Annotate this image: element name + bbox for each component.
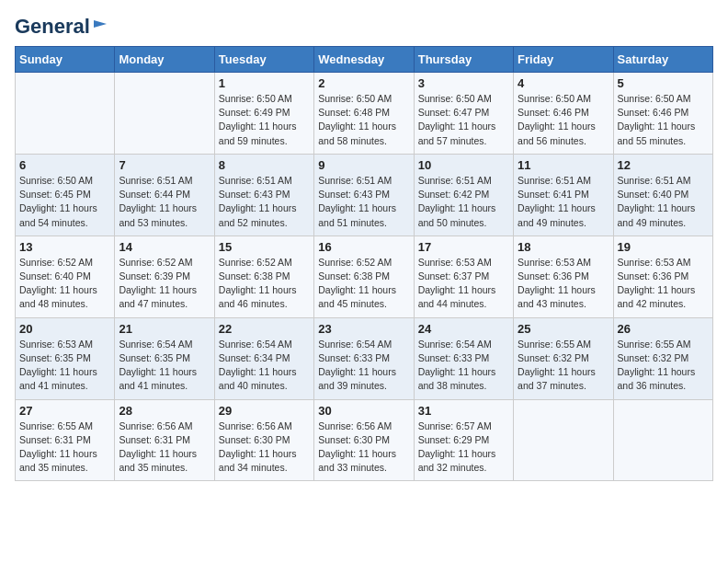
day-info: Sunrise: 6:52 AM Sunset: 6:39 PM Dayligh…	[119, 256, 210, 312]
day-number: 20	[19, 322, 110, 336]
calendar-table: SundayMondayTuesdayWednesdayThursdayFrid…	[15, 46, 713, 481]
day-info: Sunrise: 6:50 AM Sunset: 6:49 PM Dayligh…	[219, 92, 310, 148]
day-info: Sunrise: 6:53 AM Sunset: 6:37 PM Dayligh…	[418, 256, 509, 312]
day-number: 27	[19, 404, 110, 418]
calendar-cell: 26Sunrise: 6:55 AM Sunset: 6:32 PM Dayli…	[613, 317, 712, 399]
calendar-cell: 6Sunrise: 6:50 AM Sunset: 6:45 PM Daylig…	[16, 154, 115, 236]
day-info: Sunrise: 6:52 AM Sunset: 6:38 PM Dayligh…	[318, 256, 409, 312]
day-number: 3	[418, 76, 509, 90]
day-number: 15	[219, 240, 310, 254]
logo-general: General	[15, 15, 90, 39]
calendar-cell: 10Sunrise: 6:51 AM Sunset: 6:42 PM Dayli…	[414, 154, 513, 236]
day-info: Sunrise: 6:55 AM Sunset: 6:31 PM Dayligh…	[19, 419, 110, 476]
calendar-cell: 11Sunrise: 6:51 AM Sunset: 6:41 PM Dayli…	[514, 154, 613, 236]
day-number: 24	[418, 322, 509, 336]
day-number: 26	[618, 322, 709, 336]
day-number: 7	[119, 158, 210, 172]
day-info: Sunrise: 6:52 AM Sunset: 6:38 PM Dayligh…	[219, 256, 310, 312]
header-day-friday: Friday	[514, 47, 613, 73]
day-number: 5	[618, 76, 709, 90]
header-row: SundayMondayTuesdayWednesdayThursdayFrid…	[16, 47, 713, 73]
calendar-cell: 29Sunrise: 6:56 AM Sunset: 6:30 PM Dayli…	[214, 399, 313, 481]
day-info: Sunrise: 6:50 AM Sunset: 6:46 PM Dayligh…	[518, 92, 609, 148]
week-row-2: 6Sunrise: 6:50 AM Sunset: 6:45 PM Daylig…	[16, 154, 713, 236]
day-number: 18	[518, 240, 609, 254]
day-info: Sunrise: 6:54 AM Sunset: 6:33 PM Dayligh…	[318, 338, 409, 394]
day-number: 23	[318, 322, 409, 336]
week-row-1: 1Sunrise: 6:50 AM Sunset: 6:49 PM Daylig…	[16, 73, 713, 155]
page-header: General	[15, 15, 713, 35]
day-info: Sunrise: 6:50 AM Sunset: 6:45 PM Dayligh…	[19, 174, 110, 230]
day-number: 11	[518, 158, 609, 172]
day-info: Sunrise: 6:56 AM Sunset: 6:30 PM Dayligh…	[318, 419, 409, 476]
calendar-cell: 14Sunrise: 6:52 AM Sunset: 6:39 PM Dayli…	[115, 236, 214, 317]
day-number: 21	[119, 322, 210, 336]
day-number: 31	[418, 404, 509, 418]
week-row-5: 27Sunrise: 6:55 AM Sunset: 6:31 PM Dayli…	[16, 399, 713, 481]
header-day-thursday: Thursday	[414, 47, 513, 73]
calendar-cell: 23Sunrise: 6:54 AM Sunset: 6:33 PM Dayli…	[314, 317, 414, 399]
day-info: Sunrise: 6:53 AM Sunset: 6:36 PM Dayligh…	[518, 256, 609, 312]
day-info: Sunrise: 6:51 AM Sunset: 6:40 PM Dayligh…	[618, 174, 709, 230]
day-info: Sunrise: 6:56 AM Sunset: 6:30 PM Dayligh…	[219, 419, 310, 476]
day-info: Sunrise: 6:55 AM Sunset: 6:32 PM Dayligh…	[618, 338, 709, 394]
day-info: Sunrise: 6:54 AM Sunset: 6:34 PM Dayligh…	[219, 338, 310, 394]
header-day-saturday: Saturday	[613, 47, 712, 73]
calendar-cell	[514, 399, 613, 481]
calendar-cell: 21Sunrise: 6:54 AM Sunset: 6:35 PM Dayli…	[115, 317, 214, 399]
calendar-cell	[16, 73, 115, 155]
day-info: Sunrise: 6:53 AM Sunset: 6:35 PM Dayligh…	[19, 338, 110, 394]
calendar-cell: 20Sunrise: 6:53 AM Sunset: 6:35 PM Dayli…	[16, 317, 115, 399]
calendar-cell: 24Sunrise: 6:54 AM Sunset: 6:33 PM Dayli…	[414, 317, 513, 399]
day-info: Sunrise: 6:54 AM Sunset: 6:33 PM Dayligh…	[418, 338, 509, 394]
day-info: Sunrise: 6:52 AM Sunset: 6:40 PM Dayligh…	[19, 256, 110, 312]
day-info: Sunrise: 6:51 AM Sunset: 6:43 PM Dayligh…	[318, 174, 409, 230]
week-row-3: 13Sunrise: 6:52 AM Sunset: 6:40 PM Dayli…	[16, 236, 713, 317]
logo-flag-icon	[92, 18, 108, 35]
calendar-cell: 9Sunrise: 6:51 AM Sunset: 6:43 PM Daylig…	[314, 154, 414, 236]
calendar-cell: 13Sunrise: 6:52 AM Sunset: 6:40 PM Dayli…	[16, 236, 115, 317]
day-info: Sunrise: 6:55 AM Sunset: 6:32 PM Dayligh…	[518, 338, 609, 394]
day-number: 4	[518, 76, 609, 90]
day-number: 6	[19, 158, 110, 172]
header-day-sunday: Sunday	[16, 47, 115, 73]
day-number: 25	[518, 322, 609, 336]
day-number: 17	[418, 240, 509, 254]
calendar-cell: 28Sunrise: 6:56 AM Sunset: 6:31 PM Dayli…	[115, 399, 214, 481]
calendar-cell: 19Sunrise: 6:53 AM Sunset: 6:36 PM Dayli…	[613, 236, 712, 317]
header-day-monday: Monday	[115, 47, 214, 73]
day-info: Sunrise: 6:50 AM Sunset: 6:46 PM Dayligh…	[618, 92, 709, 148]
day-info: Sunrise: 6:50 AM Sunset: 6:47 PM Dayligh…	[418, 92, 509, 148]
day-number: 19	[618, 240, 709, 254]
calendar-cell: 22Sunrise: 6:54 AM Sunset: 6:34 PM Dayli…	[214, 317, 313, 399]
calendar-cell: 3Sunrise: 6:50 AM Sunset: 6:47 PM Daylig…	[414, 73, 513, 155]
calendar-cell: 16Sunrise: 6:52 AM Sunset: 6:38 PM Dayli…	[314, 236, 414, 317]
day-number: 30	[318, 404, 409, 418]
svg-marker-0	[94, 20, 107, 28]
day-number: 8	[219, 158, 310, 172]
calendar-cell	[613, 399, 712, 481]
calendar-cell: 15Sunrise: 6:52 AM Sunset: 6:38 PM Dayli…	[214, 236, 313, 317]
week-row-4: 20Sunrise: 6:53 AM Sunset: 6:35 PM Dayli…	[16, 317, 713, 399]
calendar-cell: 8Sunrise: 6:51 AM Sunset: 6:43 PM Daylig…	[214, 154, 313, 236]
logo: General	[15, 15, 108, 35]
day-number: 10	[418, 158, 509, 172]
day-info: Sunrise: 6:51 AM Sunset: 6:42 PM Dayligh…	[418, 174, 509, 230]
day-number: 12	[618, 158, 709, 172]
calendar-cell: 2Sunrise: 6:50 AM Sunset: 6:48 PM Daylig…	[314, 73, 414, 155]
calendar-cell: 31Sunrise: 6:57 AM Sunset: 6:29 PM Dayli…	[414, 399, 513, 481]
calendar-cell: 7Sunrise: 6:51 AM Sunset: 6:44 PM Daylig…	[115, 154, 214, 236]
day-number: 22	[219, 322, 310, 336]
day-number: 28	[119, 404, 210, 418]
calendar-cell: 12Sunrise: 6:51 AM Sunset: 6:40 PM Dayli…	[613, 154, 712, 236]
calendar-cell: 30Sunrise: 6:56 AM Sunset: 6:30 PM Dayli…	[314, 399, 414, 481]
day-info: Sunrise: 6:57 AM Sunset: 6:29 PM Dayligh…	[418, 419, 509, 476]
calendar-cell: 4Sunrise: 6:50 AM Sunset: 6:46 PM Daylig…	[514, 73, 613, 155]
calendar-cell	[115, 73, 214, 155]
day-info: Sunrise: 6:56 AM Sunset: 6:31 PM Dayligh…	[119, 419, 210, 476]
day-info: Sunrise: 6:51 AM Sunset: 6:44 PM Dayligh…	[119, 174, 210, 230]
day-number: 29	[219, 404, 310, 418]
calendar-cell: 5Sunrise: 6:50 AM Sunset: 6:46 PM Daylig…	[613, 73, 712, 155]
day-number: 14	[119, 240, 210, 254]
calendar-cell: 25Sunrise: 6:55 AM Sunset: 6:32 PM Dayli…	[514, 317, 613, 399]
